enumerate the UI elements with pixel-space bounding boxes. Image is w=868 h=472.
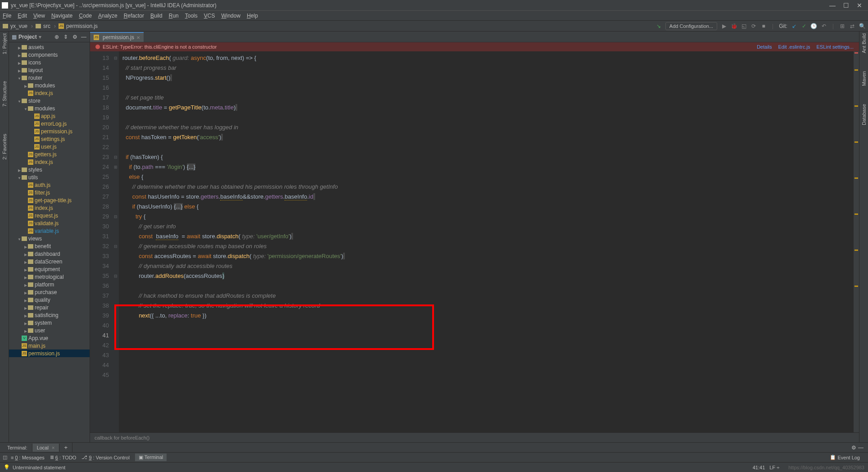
code-line[interactable]: const accessRoutes = await store.dispatc… bbox=[122, 251, 854, 261]
code-line[interactable]: next({ ...to, replace: true }) bbox=[122, 311, 854, 321]
rail-favorites[interactable]: 2: Favorites bbox=[2, 134, 7, 159]
event-log-button[interactable]: 📋 Event Log bbox=[830, 454, 860, 460]
add-configuration-button[interactable]: Add Configuration... bbox=[665, 22, 717, 30]
tree-item[interactable]: styles bbox=[9, 166, 90, 173]
tool-window-toggle-icon[interactable]: ◫ bbox=[3, 454, 7, 460]
tree-item[interactable]: JSvariable.js bbox=[9, 227, 90, 235]
tree-item[interactable]: icons bbox=[9, 59, 90, 66]
git-commit-icon[interactable]: ✓ bbox=[801, 23, 807, 29]
rail-maven[interactable]: Maven bbox=[861, 71, 867, 86]
menu-tools[interactable]: Tools bbox=[185, 13, 198, 19]
tree-item[interactable]: components bbox=[9, 51, 90, 59]
rail-ant-build[interactable]: Ant Build bbox=[861, 33, 867, 53]
code-line[interactable]: // generate accessible routes map based … bbox=[122, 241, 854, 251]
menu-build[interactable]: Build bbox=[150, 13, 163, 19]
close-button[interactable]: ✕ bbox=[853, 2, 866, 9]
run-icon[interactable]: ▶ bbox=[721, 23, 727, 29]
code-content[interactable]: router.beforeEach( guard: async(to, from… bbox=[119, 51, 854, 432]
tree-item[interactable]: JSpermission.js bbox=[9, 349, 90, 357]
code-line[interactable]: if (hasToken) { bbox=[122, 152, 854, 162]
chevron-icon[interactable] bbox=[17, 98, 22, 104]
code-line[interactable]: else { bbox=[122, 172, 854, 182]
menu-code[interactable]: Code bbox=[79, 13, 92, 19]
tree-item[interactable]: JSindex.js bbox=[9, 204, 90, 212]
chevron-icon[interactable] bbox=[23, 297, 28, 303]
git-revert-icon[interactable]: ↶ bbox=[821, 23, 827, 29]
terminal-hide-icon[interactable]: — bbox=[858, 445, 863, 451]
tree-item[interactable]: system bbox=[9, 319, 90, 327]
chevron-icon[interactable] bbox=[23, 289, 28, 295]
bulb-icon[interactable]: 💡 bbox=[4, 464, 10, 470]
code-line[interactable] bbox=[122, 83, 854, 93]
chevron-icon[interactable] bbox=[23, 312, 28, 318]
code-line[interactable]: router.beforeEach( guard: async(to, from… bbox=[122, 53, 854, 63]
sidebar-collapse-icon[interactable]: ⇕ bbox=[63, 34, 69, 40]
menu-file[interactable]: File bbox=[3, 13, 11, 19]
editor-tab[interactable]: JS permission.js ✕ bbox=[90, 32, 144, 42]
tree-item[interactable]: JSrequest.js bbox=[9, 212, 90, 219]
tree-item[interactable]: repair bbox=[9, 304, 90, 311]
tree-item[interactable]: dataScreen bbox=[9, 258, 90, 265]
sidebar-settings-icon[interactable]: ⚙ bbox=[72, 34, 78, 40]
tree-item[interactable]: router bbox=[9, 74, 90, 82]
fold-gutter[interactable]: ⊟⊟⊞⊟⊟⊟ bbox=[113, 51, 119, 432]
git-history-icon[interactable]: 🕒 bbox=[811, 23, 817, 29]
chevron-icon[interactable] bbox=[23, 251, 28, 257]
menu-window[interactable]: Window bbox=[221, 13, 240, 19]
bottom-tab-version-control[interactable]: ⎇ 9: Version Control bbox=[81, 454, 129, 461]
tree-item[interactable]: JSindex.js bbox=[9, 89, 90, 97]
tree-item[interactable]: modules bbox=[9, 82, 90, 89]
editor-breadcrumb[interactable]: callback for beforeEach() bbox=[90, 432, 859, 442]
code-line[interactable]: const hasToken = getToken('access') bbox=[122, 132, 854, 142]
error-link-details[interactable]: Details bbox=[757, 44, 772, 50]
code-line[interactable]: if (hasUserInfo) {...} else { bbox=[122, 202, 854, 212]
code-line[interactable] bbox=[122, 281, 854, 291]
chevron-icon[interactable] bbox=[17, 67, 22, 73]
code-line[interactable]: // set page title bbox=[122, 93, 854, 103]
error-link-edit[interactable]: Edit .eslintrc.js bbox=[778, 44, 810, 50]
tree-item[interactable]: VApp.vue bbox=[9, 334, 90, 342]
code-line[interactable]: const hasUserInfo = store.getters.baseIn… bbox=[122, 192, 854, 202]
code-line[interactable] bbox=[122, 113, 854, 123]
chevron-icon[interactable] bbox=[23, 266, 28, 272]
terminal-local-tab[interactable]: Local × bbox=[32, 444, 60, 452]
sidebar-title[interactable]: Project bbox=[18, 34, 37, 40]
chevron-icon[interactable] bbox=[17, 52, 22, 58]
tree-item[interactable]: JSmain.js bbox=[9, 342, 90, 349]
tree-item[interactable]: benefit bbox=[9, 242, 90, 250]
tree-item[interactable]: JSapp.js bbox=[9, 112, 90, 120]
menu-navigate[interactable]: Navigate bbox=[51, 13, 72, 19]
tree-item[interactable]: JSerrorLog.js bbox=[9, 120, 90, 127]
sync-icon[interactable]: ⇄ bbox=[849, 23, 855, 29]
bottom-tab-messages[interactable]: ≡ 0: Messages bbox=[11, 454, 45, 461]
code-area[interactable]: 1314151617181920212223242526272829303132… bbox=[90, 51, 859, 432]
caret-position[interactable]: 41:41 bbox=[753, 465, 765, 470]
chevron-icon[interactable] bbox=[17, 75, 22, 81]
terminal-add-tab[interactable]: + bbox=[59, 443, 72, 452]
tree-item[interactable]: store bbox=[9, 97, 90, 104]
chevron-icon[interactable] bbox=[23, 274, 28, 280]
chevron-icon[interactable] bbox=[23, 281, 28, 288]
code-line[interactable]: // dynamically add accessible routes bbox=[122, 261, 854, 271]
tree-item[interactable]: modules bbox=[9, 104, 90, 112]
menu-view[interactable]: View bbox=[33, 13, 45, 19]
tree-item[interactable]: JSgetters.js bbox=[9, 150, 90, 158]
tree-item[interactable]: utils bbox=[9, 173, 90, 181]
tree-item[interactable]: JSget-page-title.js bbox=[9, 196, 90, 204]
tree-item[interactable]: JSauth.js bbox=[9, 181, 90, 189]
chevron-icon[interactable] bbox=[17, 236, 22, 242]
code-line[interactable]: try { bbox=[122, 212, 854, 222]
code-line[interactable]: // get user info bbox=[122, 222, 854, 231]
menu-analyze[interactable]: Analyze bbox=[98, 13, 118, 19]
menu-vcs[interactable]: VCS bbox=[204, 13, 215, 19]
tree-item[interactable]: JSpermission.js bbox=[9, 127, 90, 135]
stop-icon[interactable]: ■ bbox=[760, 23, 767, 29]
terminal-settings-icon[interactable]: ⚙ bbox=[851, 445, 856, 451]
editor-scrollbar[interactable] bbox=[854, 51, 859, 432]
code-line[interactable] bbox=[122, 142, 854, 152]
terminal-label[interactable]: Terminal: bbox=[3, 444, 32, 452]
close-icon[interactable]: ✕ bbox=[136, 35, 140, 40]
chevron-icon[interactable] bbox=[23, 259, 28, 265]
tree-item[interactable]: metrological bbox=[9, 273, 90, 281]
rail-project[interactable]: 1: Project bbox=[2, 33, 7, 54]
